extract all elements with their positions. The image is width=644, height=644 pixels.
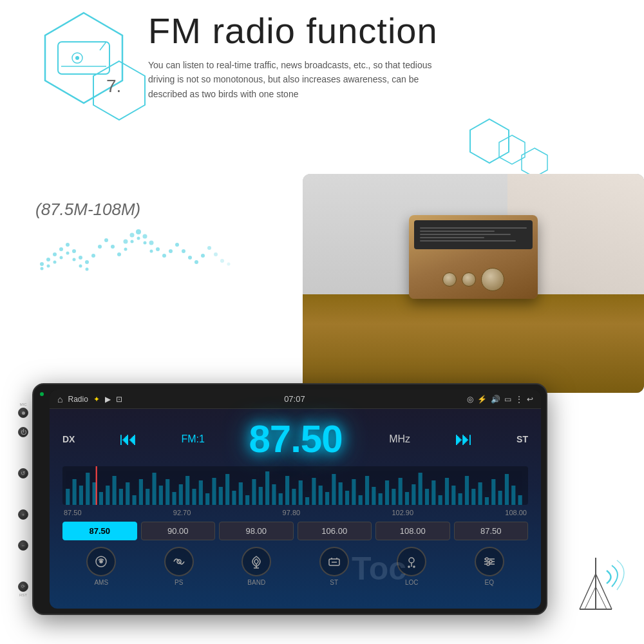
svg-rect-83	[265, 471, 269, 505]
svg-point-44	[66, 252, 70, 255]
svg-rect-61	[119, 489, 123, 505]
svg-rect-67	[159, 486, 163, 505]
svg-point-24	[130, 233, 135, 238]
st-func-button[interactable]: ST	[319, 547, 349, 586]
svg-point-18	[91, 254, 95, 258]
ps-button[interactable]: PS	[164, 547, 194, 586]
svg-point-3	[75, 56, 79, 60]
eq-button[interactable]: EQ	[475, 547, 504, 586]
svg-rect-115	[478, 482, 482, 505]
svg-rect-91	[319, 486, 323, 505]
svg-rect-73	[199, 480, 203, 505]
freq-marker-3: 97.80	[283, 509, 301, 516]
svg-point-15	[72, 249, 76, 253]
svg-rect-62	[126, 482, 129, 505]
svg-rect-1	[58, 42, 109, 74]
rst-label: RST	[19, 593, 27, 597]
wave-visualization	[35, 229, 261, 274]
svg-rect-64	[139, 479, 143, 505]
svg-point-40	[41, 267, 44, 270]
svg-rect-71	[185, 476, 189, 505]
svg-point-51	[144, 242, 147, 245]
function-buttons-row: AMS PS	[62, 547, 528, 586]
svg-point-26	[143, 234, 147, 239]
svg-rect-93	[332, 474, 336, 505]
svg-rect-111	[451, 486, 455, 505]
svg-point-10	[40, 262, 44, 266]
svg-rect-55	[79, 486, 83, 505]
svg-rect-119	[505, 474, 509, 505]
svg-point-29	[162, 254, 166, 258]
home-icon[interactable]: ⌂	[57, 394, 62, 404]
svg-rect-105	[412, 484, 415, 505]
svg-rect-79	[239, 482, 243, 505]
svg-point-136	[486, 558, 488, 560]
svg-rect-90	[312, 478, 316, 505]
preset-3[interactable]: 98.00	[219, 522, 294, 540]
ps-icon	[164, 547, 194, 576]
loc-label: LOC	[405, 579, 419, 586]
svg-point-27	[149, 241, 154, 245]
brightness-icon[interactable]: ✦	[93, 395, 100, 404]
svg-rect-104	[405, 492, 409, 505]
fm-channel-label: FM:1	[181, 433, 204, 445]
ams-icon	[86, 547, 116, 576]
location-icon: ◎	[467, 395, 473, 404]
svg-rect-85	[279, 493, 283, 505]
radio-photo	[303, 174, 644, 393]
preset-buttons-row: 87.50 90.00 98.00 106.00 108.00 87.50	[62, 522, 528, 540]
svg-point-34	[194, 260, 198, 264]
dx-label: DX	[62, 434, 75, 444]
svg-rect-66	[152, 473, 156, 505]
svg-rect-86	[285, 476, 289, 505]
svg-rect-74	[205, 493, 209, 505]
svg-rect-84	[272, 484, 276, 505]
band-button[interactable]: BAND	[242, 547, 271, 586]
svg-point-47	[86, 268, 89, 271]
mhz-unit-label: MHz	[389, 433, 410, 445]
media-icon[interactable]: ▶	[105, 395, 111, 404]
next-station-button[interactable]: ⏭	[455, 428, 473, 450]
preset-6[interactable]: 87.50	[454, 522, 529, 540]
ams-button[interactable]: AMS	[86, 547, 116, 586]
svg-rect-101	[385, 480, 389, 505]
svg-point-124	[100, 560, 102, 563]
band-icon	[242, 547, 271, 576]
vol-up-button[interactable]: +	[18, 509, 28, 520]
preset-4[interactable]: 106.00	[298, 522, 372, 540]
rst-button[interactable]: ⟳	[18, 582, 28, 592]
svg-rect-100	[379, 493, 383, 505]
menu-icon[interactable]: ⋮	[515, 395, 523, 404]
svg-rect-63	[132, 495, 136, 505]
svg-point-52	[150, 250, 153, 253]
svg-marker-9	[522, 148, 547, 177]
svg-point-42	[53, 261, 57, 264]
mic-button[interactable]	[18, 408, 28, 418]
svg-point-21	[111, 245, 115, 249]
frequency-row: DX ⏮ FM:1 87.50 MHz ⏭ ST	[62, 417, 528, 461]
back-button[interactable]: ↺	[18, 468, 28, 478]
freq-marker-2: 92.70	[173, 509, 191, 516]
side-button-group: MIC ⏻ ↺ + − ⟳ RST	[18, 402, 28, 597]
vol-down-button[interactable]: −	[18, 540, 28, 551]
prev-station-button[interactable]: ⏮	[119, 428, 137, 450]
back-nav-icon[interactable]: ↩	[527, 395, 533, 404]
st-label: ST	[516, 434, 528, 444]
svg-point-32	[182, 249, 185, 253]
power-button[interactable]: ⏻	[18, 427, 28, 437]
preset-2[interactable]: 90.00	[141, 522, 216, 540]
svg-rect-114	[471, 489, 475, 505]
svg-point-13	[59, 247, 63, 251]
svg-point-33	[188, 256, 192, 260]
feature-number: 7.	[106, 76, 121, 97]
main-title: FM radio function	[148, 10, 457, 52]
image-icon[interactable]: ⊡	[116, 395, 122, 404]
preset-5[interactable]: 108.00	[375, 522, 450, 540]
volume-icon[interactable]: 🔊	[491, 395, 500, 404]
svg-rect-94	[339, 482, 343, 505]
svg-point-12	[53, 252, 57, 256]
svg-rect-80	[245, 495, 249, 505]
svg-point-35	[201, 254, 205, 258]
preset-1[interactable]: 87.50	[62, 522, 137, 540]
loc-button[interactable]: LOC	[397, 547, 426, 586]
